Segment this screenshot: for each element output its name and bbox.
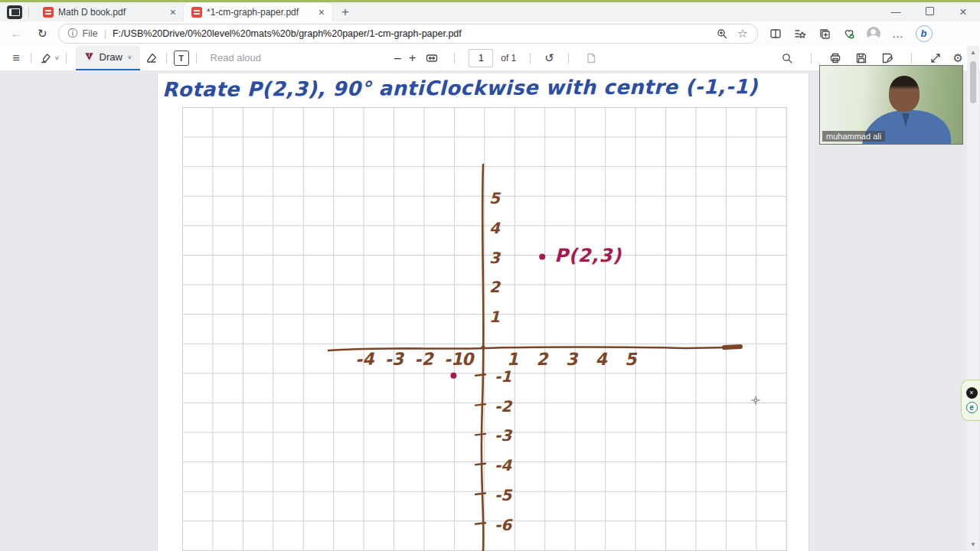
save-icon[interactable] [853,49,870,67]
draw-label: Draw [100,51,122,63]
svg-text:5: 5 [625,350,639,370]
presenter-head [889,76,920,112]
widget-e-badge-icon[interactable]: e [966,402,978,413]
bing-chat-icon[interactable]: b [916,25,933,42]
close-tab-icon[interactable]: × [168,7,178,18]
scroll-up-icon[interactable]: ▲ [967,49,979,56]
settings-more-icon[interactable]: … [891,27,905,41]
profile-avatar[interactable] [867,27,880,41]
divider [811,53,812,64]
refresh-button[interactable]: ↻ [38,27,47,41]
table-of-contents-icon[interactable]: ≡ [8,49,24,67]
side-extension-widget[interactable]: × e [961,380,980,421]
window-controls: — × [879,2,980,21]
maximize-button[interactable] [913,6,946,18]
info-icon[interactable]: ⓘ [68,27,78,41]
pdf-page[interactable]: Rotate P(2,3), 90° antiClockwise with ce… [157,73,809,551]
svg-text:-4: -4 [495,456,512,474]
webcam-overlay: muhammad ali [819,65,963,145]
svg-text:-1: -1 [495,367,511,386]
svg-text:-5: -5 [495,486,513,504]
svg-text:5: 5 [489,189,501,207]
svg-text:2: 2 [489,278,501,296]
tab-math-d-book[interactable]: Math D book.pdf × [35,2,184,21]
svg-text:0: 0 [462,350,476,370]
favorite-star-icon[interactable]: ☆ [737,27,747,41]
svg-text:-2: -2 [414,350,435,370]
minimize-button[interactable]: — [879,6,913,18]
svg-text:P(2,3): P(2,3) [554,245,622,266]
page-controls: – + of 1 ↺ [394,45,599,70]
svg-text:3: 3 [489,249,501,267]
browser-essentials-icon[interactable] [842,27,856,41]
collections-icon[interactable] [818,27,831,41]
divider [911,53,912,64]
page-view-icon[interactable] [583,49,599,67]
url-separator: | [104,28,106,39]
page-number-input[interactable] [469,49,493,67]
close-window-button[interactable]: × [946,5,980,19]
eraser-icon[interactable] [143,49,160,67]
tab-actions-menu-button[interactable] [7,5,22,19]
divider [454,53,455,64]
tab-title: *1-cm-graph-paper.pdf [207,7,312,18]
close-tab-icon[interactable]: × [317,7,326,18]
draw-chevron-icon: ∨ [127,54,132,60]
tab-graph-paper[interactable]: *1-cm-graph-paper.pdf × [184,2,332,21]
pdf-file-icon [191,7,202,18]
svg-text:-6: -6 [495,516,513,534]
svg-text:-2: -2 [495,397,513,416]
svg-text:4: 4 [489,219,501,237]
position-cursor-icon [751,396,760,405]
svg-text:4: 4 [595,350,609,370]
enter-fullscreen-icon[interactable] [927,49,944,67]
divider [66,53,67,64]
svg-text:-1: -1 [443,350,462,370]
new-tab-button[interactable]: + [341,5,349,20]
rotate-pages-icon[interactable]: ↺ [544,51,554,65]
zoom-page-icon[interactable] [716,28,728,40]
url-field[interactable]: ⓘ File | F:/USB%20Drive/0%20level%20mats… [58,24,758,44]
svg-text:1: 1 [489,308,500,326]
svg-text:3: 3 [565,350,579,370]
fit-to-width-icon[interactable] [423,49,440,67]
tab-bar: Math D book.pdf × *1-cm-graph-paper.pdf … [0,2,980,21]
svg-text:1: 1 [506,350,518,370]
split-screen-icon[interactable] [769,27,782,41]
svg-text:-4: -4 [355,350,376,370]
tab-actions-icon [9,8,20,16]
draw-tool-button[interactable]: Draw ∨ [76,46,140,70]
add-text-icon[interactable]: T [173,49,190,67]
widget-close-icon[interactable]: × [966,387,978,399]
svg-text:-3: -3 [495,426,513,445]
highlighter-icon[interactable] [38,49,54,67]
back-button[interactable]: ← [11,27,22,40]
graph-annotations: -4-3-2-101234554321-1-2-3-4-5-6P(2,3) [158,73,808,551]
maximize-icon [926,7,934,15]
highlighter-chevron-icon[interactable]: ∨ [54,55,60,61]
presenter-name-label: muhammad ali [822,131,885,142]
page-count-label: of 1 [501,53,516,64]
browser-action-icons: … b [769,25,933,42]
divider [166,53,167,64]
save-as-icon[interactable] [879,49,896,67]
divider [196,53,197,64]
scrollbar-thumb[interactable] [970,61,976,103]
search-document-icon[interactable] [779,49,795,67]
address-bar: ← ↻ ⓘ File | F:/USB%20Drive/0%20level%20… [0,21,980,45]
scrollbar[interactable]: ▲ ▼ [967,46,979,551]
print-icon[interactable] [827,49,844,67]
divider [31,53,31,64]
scroll-down-icon[interactable]: ▼ [967,541,979,548]
read-aloud-button[interactable]: Read aloud [211,52,262,64]
tab-title: Math D book.pdf [58,7,164,18]
divider [28,7,29,18]
zoom-out-button[interactable]: – [394,51,401,65]
draw-pen-icon [83,51,95,63]
url-text: F:/USB%20Drive/0%20level%20mats%20b/grap… [113,28,716,39]
zoom-in-button[interactable]: + [409,51,416,65]
svg-text:2: 2 [536,350,550,370]
pdf-settings-gear-icon[interactable]: ⚙ [953,51,963,65]
divider [568,53,569,64]
favorites-bar-icon[interactable] [793,27,807,41]
